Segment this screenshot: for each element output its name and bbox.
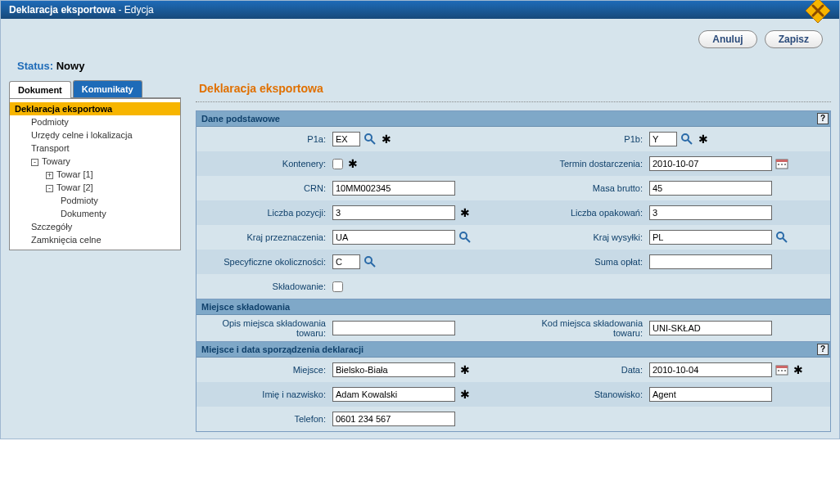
label-data: Data:: [518, 365, 649, 375]
collapse-icon[interactable]: -: [46, 185, 53, 192]
crn-field[interactable]: [332, 181, 455, 196]
spec-field[interactable]: [332, 254, 360, 269]
window-title: Deklaracja eksportowa: [9, 4, 115, 16]
divider: [196, 101, 831, 102]
window-titlebar: Deklaracja eksportowa - Edycja: [1, 1, 839, 19]
label-spec: Specyficzne okoliczności:: [201, 257, 332, 267]
label-masa: Masa brutto:: [518, 183, 649, 193]
expand-icon[interactable]: +: [46, 172, 53, 179]
svg-rect-6: [778, 164, 779, 165]
label-pozycji: Liczba pozycji:: [201, 208, 332, 218]
close-icon[interactable]: [803, 0, 833, 25]
tree-towar-2-dokumenty[interactable]: Dokumenty: [10, 207, 180, 220]
label-telefon: Telefon:: [201, 414, 332, 424]
svg-rect-16: [776, 366, 788, 368]
tree-towary[interactable]: -Towary: [10, 155, 180, 168]
svg-rect-17: [778, 370, 779, 371]
kraj-wys-field[interactable]: [649, 230, 772, 245]
svg-point-0: [365, 134, 372, 141]
label-kontenery: Kontenery:: [201, 159, 332, 169]
svg-line-12: [783, 238, 787, 242]
save-button[interactable]: Zapisz: [765, 30, 823, 48]
required-marker: ✱: [458, 388, 470, 401]
label-stanowisko: Stanowisko:: [518, 389, 649, 399]
label-p1a: P1a:: [201, 134, 332, 144]
termin-field[interactable]: [649, 156, 772, 171]
required-marker: ✱: [458, 206, 470, 219]
window-subtitle: Edycja: [124, 4, 154, 16]
toolbar: Anuluj Zapisz: [1, 19, 839, 55]
tree-towar-1[interactable]: +Towar [1]: [10, 168, 180, 181]
required-marker: ✱: [697, 133, 708, 146]
collapse-icon[interactable]: -: [31, 159, 38, 166]
calendar-icon[interactable]: [775, 364, 788, 376]
label-opakowan: Liczba opakowań:: [518, 208, 649, 218]
kod-towaru-field[interactable]: [649, 321, 772, 335]
svg-rect-7: [781, 164, 783, 165]
svg-line-3: [688, 140, 692, 144]
label-opis-towaru: Opis miejsca składowania towaru:: [201, 318, 332, 338]
status-label: Status:: [17, 60, 53, 72]
opis-towaru-field[interactable]: [332, 321, 455, 335]
help-icon[interactable]: ?: [817, 113, 829, 124]
section-miejsce-data: Miejsce i data sporządzenia deklaracji ?: [196, 342, 830, 358]
svg-point-11: [777, 232, 784, 239]
tree-nav: Deklaracja eksportowa Podmioty Urzędy ce…: [9, 98, 181, 250]
label-kraj-prz: Kraj przeznaczenia:: [201, 232, 332, 242]
kraj-prz-field[interactable]: [332, 230, 455, 245]
tree-podmioty[interactable]: Podmioty: [10, 115, 180, 128]
tree-root[interactable]: Deklaracja eksportowa: [10, 102, 180, 115]
help-icon[interactable]: ?: [817, 344, 829, 355]
telefon-field[interactable]: [332, 412, 455, 426]
imie-field[interactable]: [332, 387, 455, 402]
suma-field[interactable]: [649, 254, 772, 269]
pozycji-field[interactable]: [332, 205, 455, 220]
lookup-icon[interactable]: [364, 255, 377, 268]
p1b-field[interactable]: [649, 132, 677, 146]
lookup-icon[interactable]: [364, 133, 377, 146]
svg-line-14: [371, 263, 375, 267]
sklad-checkbox[interactable]: [332, 281, 343, 292]
status-row: Status: Nowy: [1, 55, 839, 80]
tab-komunikaty[interactable]: Komunikaty: [73, 80, 142, 97]
tree-urzedy[interactable]: Urzędy celne i lokalizacja: [10, 128, 180, 142]
label-sklad: Składowanie:: [201, 281, 332, 291]
stanowisko-field[interactable]: [649, 387, 772, 402]
svg-rect-8: [784, 164, 786, 165]
opakowan-field[interactable]: [649, 205, 772, 220]
tree-zamkniecia[interactable]: Zamknięcia celne: [10, 233, 180, 246]
tree-towar-2[interactable]: -Towar [2]: [10, 181, 180, 194]
required-marker: ✱: [792, 363, 803, 376]
section-dane-podstawowe: Dane podstawowe ?: [196, 111, 830, 127]
svg-rect-19: [784, 370, 786, 371]
tree-transport[interactable]: Transport: [10, 142, 180, 155]
lookup-icon[interactable]: [680, 133, 693, 146]
svg-line-10: [466, 238, 470, 242]
kontenery-checkbox[interactable]: [332, 159, 343, 169]
tree-szczegoly[interactable]: Szczegóły: [10, 220, 180, 233]
svg-point-2: [682, 134, 689, 141]
masa-field[interactable]: [649, 181, 772, 196]
lookup-icon[interactable]: [458, 231, 472, 244]
required-marker: ✱: [380, 133, 391, 146]
svg-rect-5: [776, 160, 788, 162]
p1a-field[interactable]: [332, 132, 360, 146]
miejsce-field[interactable]: [332, 362, 455, 377]
svg-point-9: [460, 232, 467, 239]
calendar-icon[interactable]: [775, 158, 788, 169]
label-suma: Suma opłat:: [518, 257, 649, 267]
lookup-icon[interactable]: [775, 231, 788, 244]
label-miejsce: Miejsce:: [201, 365, 332, 375]
tab-dokument[interactable]: Dokument: [9, 81, 71, 98]
svg-line-1: [371, 140, 375, 144]
left-tabs: Dokument Komunikaty: [9, 80, 181, 98]
required-marker: ✱: [346, 157, 358, 170]
label-p1b: P1b:: [518, 134, 649, 144]
label-crn: CRN:: [201, 183, 332, 193]
section-miejsce-skladowania: Miejsce składowania: [196, 299, 830, 315]
label-imie: Imię i nazwisko:: [201, 389, 332, 399]
label-kod-towaru: Kod miejsca składowania towaru:: [518, 318, 649, 338]
cancel-button[interactable]: Anuluj: [698, 30, 756, 48]
data-field[interactable]: [649, 362, 772, 377]
tree-towar-2-podmioty[interactable]: Podmioty: [10, 194, 180, 207]
